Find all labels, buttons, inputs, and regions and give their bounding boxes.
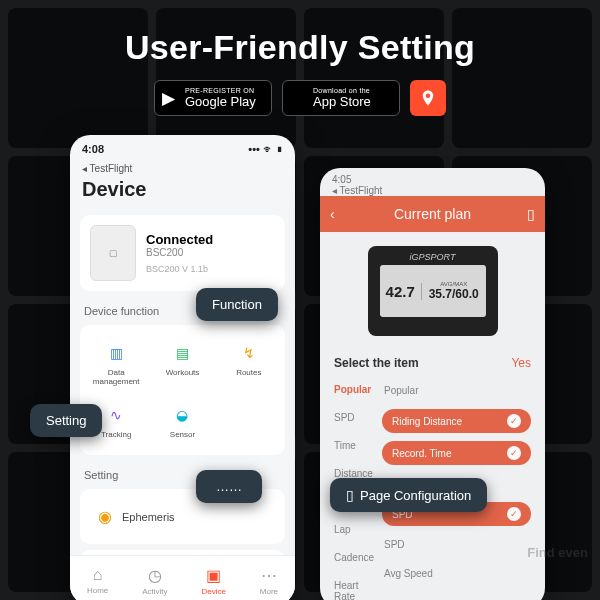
device-status: Connected <box>146 232 213 247</box>
func-label: Datamanagement <box>93 369 140 387</box>
category-heart-rate[interactable]: Heart Rate <box>334 580 382 600</box>
device-image: ▢ <box>90 225 136 281</box>
category-time[interactable]: Time <box>334 440 382 451</box>
func-icon: ▥ <box>104 341 128 365</box>
field-pill[interactable]: Riding Distance✓ <box>382 409 531 433</box>
tab-label: Device <box>201 587 225 596</box>
func-item[interactable]: ▥Datamanagement <box>84 335 148 393</box>
check-icon: ✓ <box>507 414 521 428</box>
apple-small: Download on the <box>313 87 389 94</box>
func-item[interactable]: ↯Routes <box>217 335 281 393</box>
category-lap[interactable]: Lap <box>334 524 382 535</box>
device-card[interactable]: ▢ Connected BSC200 BSC200 V 1.1b <box>80 215 285 291</box>
field-plain[interactable] <box>382 592 531 600</box>
testflight-label: ◂ TestFlight <box>70 163 295 176</box>
tab-label: Activity <box>142 587 167 596</box>
func-icon: ↯ <box>237 341 261 365</box>
category-popular[interactable]: Popular <box>334 384 382 395</box>
tab-icon: ◷ <box>148 566 162 585</box>
tab-device[interactable]: ▣Device <box>201 566 225 596</box>
func-item[interactable]: ◒Sensor <box>150 397 214 446</box>
screen-value-2: 35.7/60.0 <box>422 287 486 301</box>
phone-layout-icon[interactable]: ▯ <box>527 206 535 222</box>
plan-header: ‹ Current plan ▯ <box>320 196 545 232</box>
headline: User-Friendly Setting <box>0 28 600 67</box>
func-label: Routes <box>236 369 261 378</box>
google-play-icon: ▶ <box>162 88 175 109</box>
app-store-badge[interactable]: Download on the App Store <box>282 80 400 116</box>
tab-home[interactable]: ⌂Home <box>87 566 108 595</box>
field-plain[interactable]: Popular <box>382 380 531 401</box>
tab-label: More <box>260 587 278 596</box>
plan-device-preview: iGPSPORT 42.7 AVG/MAX 35.7/60.0 <box>368 246 498 336</box>
setting-item-label: Ephemeris <box>122 511 175 523</box>
yes-button[interactable]: Yes <box>511 356 531 370</box>
google-big: Google Play <box>185 94 261 110</box>
func-label: Workouts <box>166 369 200 378</box>
back-icon[interactable]: ‹ <box>330 206 335 222</box>
tab-activity[interactable]: ◷Activity <box>142 566 167 596</box>
func-item[interactable]: ▤Workouts <box>150 335 214 393</box>
page-title: Device <box>70 176 295 209</box>
field-row[interactable]: Record. Time✓ <box>382 441 531 465</box>
google-small: PRE-REGISTER ON <box>185 87 261 94</box>
status-time: 4:08 <box>82 143 104 155</box>
tab-icon: ▣ <box>206 566 221 585</box>
tab-more[interactable]: ⋯More <box>260 566 278 596</box>
tab-icon: ⋯ <box>261 566 277 585</box>
device-model: BSC200 <box>146 247 213 258</box>
tab-label: Home <box>87 586 108 595</box>
plan-title: Current plan <box>394 206 471 222</box>
field-row[interactable]: Riding Distance✓ <box>382 409 531 433</box>
device-fw: BSC200 V 1.1b <box>146 264 213 274</box>
callout-function: Function <box>196 288 278 321</box>
field-plain[interactable]: Avg Speed <box>382 563 531 584</box>
check-icon: ✓ <box>507 507 521 521</box>
bg-text-find-event: Find even <box>527 545 588 560</box>
location-app-icon[interactable] <box>410 80 446 116</box>
google-play-badge[interactable]: ▶ PRE-REGISTER ON Google Play <box>154 80 272 116</box>
phone-device-screen: 4:08 ••• ᯤ ▮ ◂ TestFlight Device ▢ Conne… <box>70 135 295 600</box>
callout-page-config: ▯ Page Configuration <box>330 478 487 512</box>
func-label: Tracking <box>101 431 131 440</box>
field-row[interactable]: Popular <box>382 380 531 401</box>
status-bar: 4:08 ••• ᯤ ▮ <box>70 135 295 163</box>
store-badges: ▶ PRE-REGISTER ON Google Play Download o… <box>0 80 600 116</box>
field-row[interactable]: Avg Speed <box>382 563 531 584</box>
field-plain[interactable]: SPD <box>382 534 531 555</box>
select-label: Select the item <box>334 356 419 370</box>
phone-plan-screen: 4:05 ◂ TestFlight ‹ Current plan ▯ iGPSP… <box>320 168 545 600</box>
field-pill[interactable]: Record. Time✓ <box>382 441 531 465</box>
status-bar-2: 4:05 <box>320 168 545 185</box>
status-icons: ••• ᯤ ▮ <box>248 143 283 155</box>
screen-value-1: 42.7 <box>380 283 422 300</box>
select-item-row: Select the item Yes <box>320 346 545 380</box>
callout-dots: …… <box>196 470 262 503</box>
category-spd[interactable]: SPD <box>334 412 382 423</box>
func-icon: ◒ <box>170 403 194 427</box>
check-icon: ✓ <box>507 446 521 460</box>
tab-icon: ⌂ <box>93 566 103 584</box>
func-icon: ∿ <box>104 403 128 427</box>
field-row[interactable]: SPD <box>382 534 531 555</box>
category-cadence[interactable]: Cadence <box>334 552 382 563</box>
testflight-label-2: ◂ TestFlight <box>320 185 545 196</box>
callout-page-label: Page Configuration <box>360 488 471 503</box>
field-row[interactable] <box>382 592 531 600</box>
func-icon: ▤ <box>170 341 194 365</box>
apple-big: App Store <box>313 94 389 110</box>
page-icon: ▯ <box>346 487 354 503</box>
func-label: Sensor <box>170 431 195 440</box>
device-brand: iGPSPORT <box>410 252 456 262</box>
callout-setting: Setting <box>30 404 102 437</box>
ephemeris-icon: ◉ <box>98 507 112 526</box>
